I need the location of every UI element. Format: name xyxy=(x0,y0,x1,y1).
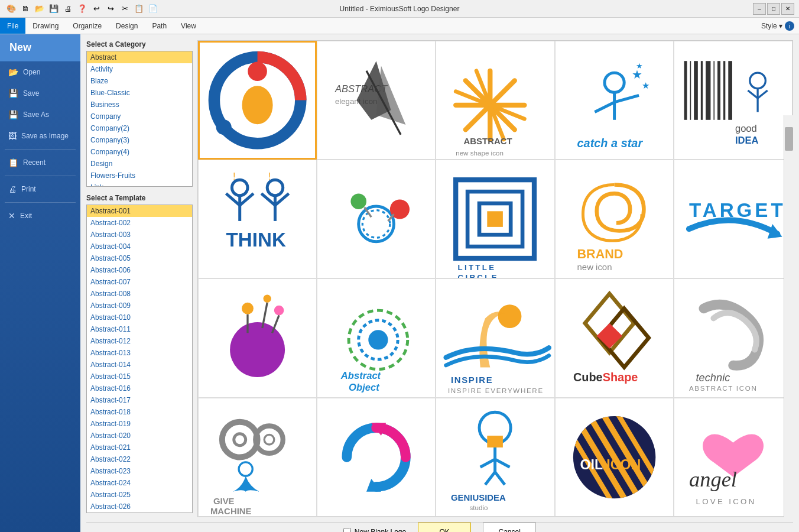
logo-cell-12[interactable]: Abstract Object xyxy=(317,278,436,397)
copy-icon[interactable]: 📋 xyxy=(132,2,145,15)
open-icon[interactable]: 📂 xyxy=(33,2,46,15)
sidebar-new[interactable]: New xyxy=(0,34,80,61)
logo-cell-16[interactable]: GIVE MACHINE xyxy=(198,398,317,517)
svg-text:CIRCLE: CIRCLE xyxy=(458,273,499,278)
logo-cell-8[interactable]: LITTLE CIRCLE xyxy=(436,160,554,278)
logo-cell-11[interactable] xyxy=(198,278,317,397)
category-item-activity[interactable]: Activity xyxy=(87,63,192,75)
logo-cell-7[interactable] xyxy=(317,160,436,278)
logo-cell-3[interactable]: ABSTRACT new shape icon xyxy=(436,41,554,160)
template-item-007[interactable]: Abstract-007 xyxy=(87,276,192,288)
category-item-blue-classic[interactable]: Blue-Classic xyxy=(87,87,192,99)
sidebar-print[interactable]: 🖨 Print xyxy=(0,179,80,200)
template-item-005[interactable]: Abstract-005 xyxy=(87,252,192,264)
template-item-023[interactable]: Abstract-023 xyxy=(87,465,192,477)
cut-icon[interactable]: ✂ xyxy=(118,2,131,15)
help-icon[interactable]: ❓ xyxy=(76,2,89,15)
undo-icon[interactable]: ↩ xyxy=(90,2,103,15)
menu-organize[interactable]: Organize xyxy=(66,18,109,34)
svg-point-52 xyxy=(363,210,390,238)
logo-cell-2[interactable]: ABSTRACT elegant icon xyxy=(317,41,436,160)
template-item-014[interactable]: Abstract-014 xyxy=(87,359,192,371)
menu-drawing[interactable]: Drawing xyxy=(25,18,66,34)
category-item-flowers[interactable]: Flowers-Fruits xyxy=(87,170,192,181)
svg-point-17 xyxy=(605,73,624,92)
menu-view[interactable]: View xyxy=(174,18,203,34)
category-item-company2[interactable]: Company(2) xyxy=(87,122,192,134)
template-item-001[interactable]: Abstract-001 xyxy=(87,205,192,217)
template-item-018[interactable]: Abstract-018 xyxy=(87,406,192,418)
maximize-button[interactable]: □ xyxy=(767,3,780,15)
new-blank-logo-label[interactable]: New Blank Logo xyxy=(343,528,406,532)
ok-button[interactable]: OK xyxy=(418,523,471,532)
template-item-021[interactable]: Abstract-021 xyxy=(87,442,192,453)
logo-cell-4[interactable]: ★ ★ ★ catch a star xyxy=(555,41,674,160)
template-item-010[interactable]: Abstract-010 xyxy=(87,312,192,323)
category-item-link[interactable]: Link xyxy=(87,181,192,187)
template-item-025[interactable]: Abstract-025 xyxy=(87,489,192,501)
sidebar-save[interactable]: 💾 Save xyxy=(0,83,80,104)
logo-cell-5[interactable]: good IDEA xyxy=(674,41,792,160)
category-item-blaze[interactable]: Blaze xyxy=(87,75,192,87)
logo-cell-6[interactable]: ! ! THINK xyxy=(198,160,317,278)
template-item-016[interactable]: Abstract-016 xyxy=(87,382,192,394)
save-icon[interactable]: 💾 xyxy=(47,2,60,15)
logo-cell-19[interactable]: OIL ICON xyxy=(555,398,674,517)
new-icon[interactable]: 🗎 xyxy=(19,2,32,15)
template-item-012[interactable]: Abstract-012 xyxy=(87,335,192,347)
category-list[interactable]: Abstract Activity Blaze Blue-Classic Bus… xyxy=(86,51,193,187)
logo-cell-13[interactable]: INSPIREINSPIRE EVERYWHERE xyxy=(436,278,554,397)
svg-point-89 xyxy=(234,433,246,445)
menu-file[interactable]: File xyxy=(0,18,25,34)
template-item-015[interactable]: Abstract-015 xyxy=(87,371,192,382)
template-item-024[interactable]: Abstract-024 xyxy=(87,477,192,489)
menu-design[interactable]: Design xyxy=(109,18,145,34)
print-icon[interactable]: 🖨 xyxy=(61,2,74,15)
logo-cell-1[interactable] xyxy=(198,41,317,160)
template-item-003[interactable]: Abstract-003 xyxy=(87,229,192,241)
sidebar-recent[interactable]: 📋 Recent xyxy=(0,152,80,173)
template-item-013[interactable]: Abstract-013 xyxy=(87,347,192,359)
svg-point-76 xyxy=(369,330,388,350)
category-item-company3[interactable]: Company(3) xyxy=(87,134,192,146)
category-item-company4[interactable]: Company(4) xyxy=(87,146,192,158)
logo-cell-17[interactable] xyxy=(317,398,436,517)
template-item-009[interactable]: Abstract-009 xyxy=(87,300,192,312)
template-item-006[interactable]: Abstract-006 xyxy=(87,264,192,276)
template-item-017[interactable]: Abstract-017 xyxy=(87,394,192,406)
close-button[interactable]: ✕ xyxy=(781,3,794,15)
template-item-022[interactable]: Abstract-022 xyxy=(87,453,192,465)
category-item-business[interactable]: Business xyxy=(87,99,192,111)
template-item-019[interactable]: Abstract-019 xyxy=(87,418,192,430)
cancel-button[interactable]: Cancel xyxy=(483,523,536,532)
redo-icon[interactable]: ↪ xyxy=(104,2,117,15)
category-item-company[interactable]: Company xyxy=(87,111,192,122)
template-item-002[interactable]: Abstract-002 xyxy=(87,217,192,229)
info-icon: i xyxy=(785,21,794,31)
template-item-008[interactable]: Abstract-008 xyxy=(87,288,192,300)
category-item-design[interactable]: Design xyxy=(87,158,192,170)
new-blank-logo-checkbox[interactable] xyxy=(343,528,351,532)
sidebar-open[interactable]: 📂 Open xyxy=(0,61,80,83)
logo-cell-15[interactable]: technic ABSTRACT ICON xyxy=(674,278,792,397)
minimize-button[interactable]: – xyxy=(753,3,766,15)
grid-scrollbar[interactable] xyxy=(784,115,793,517)
template-item-011[interactable]: Abstract-011 xyxy=(87,323,192,335)
logo-cell-14[interactable]: CubeShape xyxy=(555,278,674,397)
category-item-abstract[interactable]: Abstract xyxy=(87,51,192,63)
logo-cell-9[interactable]: BRAND new icon xyxy=(555,160,674,278)
logo-cell-10[interactable]: TARGET xyxy=(674,160,792,278)
style-dropdown[interactable]: Style ▾ i xyxy=(756,18,799,34)
sidebar-save-image[interactable]: 🖼 Save as Image xyxy=(0,125,80,147)
menu-path[interactable]: Path xyxy=(145,18,174,34)
template-item-004[interactable]: Abstract-004 xyxy=(87,241,192,252)
paste-icon[interactable]: 📄 xyxy=(147,2,160,15)
sidebar-save-as[interactable]: 💾 Save As xyxy=(0,104,80,125)
logo-cell-20[interactable]: angel LOVE ICON xyxy=(674,398,792,517)
template-item-020[interactable]: Abstract-020 xyxy=(87,430,192,442)
template-item-026[interactable]: Abstract-026 xyxy=(87,501,192,512)
template-list[interactable]: Abstract-001 Abstract-002 Abstract-003 A… xyxy=(86,205,193,513)
sidebar-exit[interactable]: ✕ Exit xyxy=(0,205,80,226)
logo-cell-18[interactable]: GENIUSIDEA studio xyxy=(436,398,554,517)
svg-rect-25 xyxy=(684,61,687,120)
